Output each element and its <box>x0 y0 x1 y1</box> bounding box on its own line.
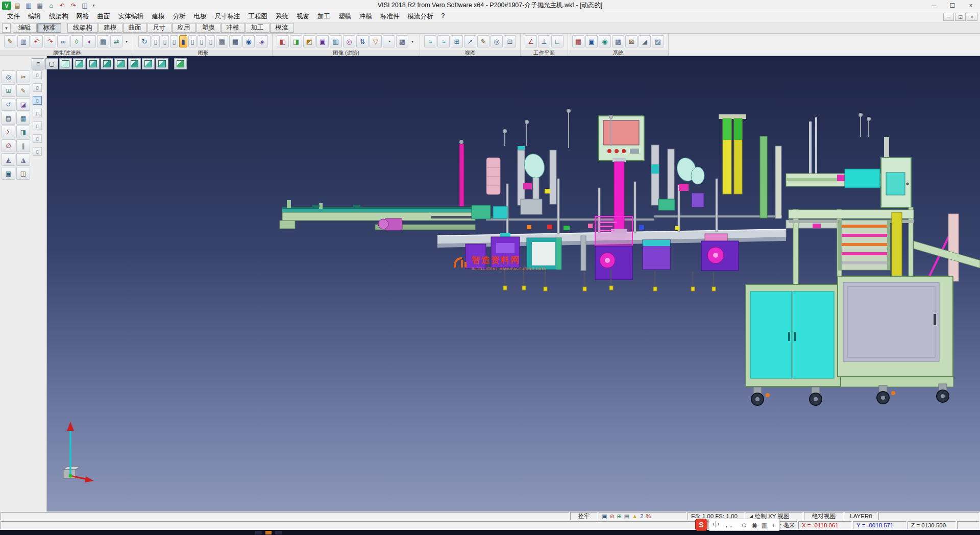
scene-options-icon[interactable]: ◈ <box>256 35 268 47</box>
snap-grid-icon[interactable]: ⊞ <box>2 84 15 97</box>
texture-icon[interactable]: ▥ <box>330 35 342 47</box>
print-preview-icon[interactable]: ▤ <box>624 513 629 520</box>
parallel-icon[interactable]: ∥ <box>16 139 30 152</box>
ribbon-tab[interactable]: 冲模 <box>221 23 245 33</box>
display-settings-icon[interactable]: ▣ <box>585 35 598 47</box>
workplane-xy-icon[interactable]: ∠ <box>525 35 537 47</box>
ime-lang-icon[interactable]: 中 <box>713 520 719 529</box>
menu-item[interactable]: 工程图 <box>244 11 272 22</box>
wireframe-toggle-icon[interactable]: ▯ <box>161 35 169 47</box>
shadow-icon[interactable]: ◔ <box>383 35 395 47</box>
layer-filter-icon[interactable]: ▤ <box>97 35 109 47</box>
trim-icon[interactable]: ✂ <box>16 70 30 83</box>
compare-icon[interactable]: ⇅ <box>356 35 369 47</box>
no-snap-icon[interactable]: ⊘ <box>609 513 614 520</box>
taskbar-slot[interactable] <box>275 531 282 534</box>
rotate-icon[interactable]: ↺ <box>2 98 15 111</box>
view-shaded-icon[interactable] <box>174 58 187 69</box>
filter-caret[interactable]: ▾ <box>124 35 130 47</box>
snapshot-camera-icon[interactable]: ◉ <box>242 35 255 47</box>
redraw-icon[interactable]: ✎ <box>477 35 489 47</box>
ime-emoji-icon[interactable]: ☺ <box>741 521 747 529</box>
redo-icon[interactable]: ↷ <box>44 35 56 47</box>
layers-icon[interactable]: ▤ <box>2 112 15 125</box>
menu-item[interactable]: 编辑 <box>24 11 45 22</box>
window-layout-icon[interactable]: ◫ <box>80 1 90 10</box>
hatch-settings-icon[interactable]: ▨ <box>652 35 664 47</box>
clip-plane-icon[interactable]: ◨ <box>290 35 302 47</box>
doc-restore-button[interactable]: ◱ <box>955 13 966 21</box>
menu-item[interactable]: 标准件 <box>376 11 404 22</box>
taskbar-slot[interactable] <box>255 531 262 534</box>
material-render-icon[interactable]: ▣ <box>316 35 329 47</box>
filter-doc-2-icon[interactable]: ▯ <box>33 83 42 92</box>
corner-section-icon[interactable]: ◩ <box>303 35 315 47</box>
doc-close-button[interactable]: × <box>967 13 977 21</box>
view-right-icon[interactable] <box>101 58 113 69</box>
display-list-icon[interactable]: ▤ <box>216 35 228 47</box>
filter-doc-3-icon[interactable]: ▯ <box>33 96 42 105</box>
view-dimetric-icon[interactable] <box>156 58 168 69</box>
orbit-icon[interactable]: ≈ <box>424 35 436 47</box>
zoom-icon[interactable]: ◎ <box>2 70 15 83</box>
view-iso-icon[interactable] <box>59 58 72 69</box>
taskbar-app-icon[interactable] <box>265 531 272 534</box>
ribbon-tab[interactable]: 尺寸 <box>148 23 172 33</box>
ime-keyboard-icon[interactable]: ▦ <box>762 521 768 529</box>
menu-item[interactable]: 线架构 <box>45 11 72 22</box>
filter-doc-4-icon[interactable]: ▯ <box>33 109 42 117</box>
ribbon-tab[interactable]: 编辑 <box>13 23 37 33</box>
menu-item[interactable]: 文件 <box>3 11 24 22</box>
ribbon-tab[interactable]: 加工 <box>246 23 270 33</box>
menu-item[interactable]: 网格 <box>72 11 93 22</box>
menu-item[interactable]: 电极 <box>190 11 211 22</box>
filter-doc-7-icon[interactable]: ▯ <box>33 147 42 156</box>
viewport-3d[interactable]: ≡ ▢ <box>47 56 980 512</box>
view-back-icon[interactable] <box>128 58 141 69</box>
erase-icon[interactable]: ∅ <box>2 139 15 152</box>
view-bottom-icon[interactable] <box>142 58 155 69</box>
undo-icon[interactable]: ↶ <box>57 1 67 10</box>
lighting-icon[interactable]: ◎ <box>343 35 355 47</box>
filter-doc-5-icon[interactable]: ▯ <box>33 121 42 130</box>
menu-item[interactable]: 视窗 <box>292 11 313 22</box>
view-front-icon[interactable] <box>87 58 100 69</box>
zoom-extents-icon[interactable]: ↗ <box>464 35 476 47</box>
open-file-icon[interactable]: ▤ <box>12 1 22 10</box>
color-table-icon[interactable]: ▦ <box>572 35 584 47</box>
workplane-entity-icon[interactable]: ∟ <box>551 35 564 47</box>
zoom-window-icon[interactable]: ⊞ <box>451 35 463 47</box>
active-layer-pane[interactable]: LAYER0 <box>845 512 877 520</box>
points-toggle-icon[interactable]: ▯ <box>152 35 160 47</box>
image-caret[interactable]: ▾ <box>409 35 415 47</box>
home-icon[interactable]: ⌂ <box>46 1 56 10</box>
match-properties-icon[interactable]: ▥ <box>17 35 30 47</box>
menu-item[interactable]: 建模 <box>148 11 169 22</box>
close-button[interactable]: × <box>962 0 980 11</box>
undo-icon[interactable]: ↶ <box>31 35 43 47</box>
color-filter-icon[interactable]: ◐ <box>84 35 96 47</box>
ribbon-tab[interactable]: 模流 <box>270 23 294 33</box>
mirror-icon[interactable]: ◪ <box>16 98 30 111</box>
filter-doc-1-icon[interactable]: ▯ <box>33 70 42 79</box>
named-views-icon[interactable]: ◎ <box>491 35 503 47</box>
view-left-icon[interactable] <box>114 58 127 69</box>
print-icon[interactable]: ▦ <box>35 1 45 10</box>
hidden-line-toggle-icon[interactable]: ▯ <box>170 35 178 47</box>
menu-item[interactable]: 模流分析 <box>404 11 437 22</box>
ribbon-tab[interactable]: 塑膜 <box>197 23 220 33</box>
ribbon-tab[interactable]: 建模 <box>99 23 122 33</box>
sketch-icon[interactable]: ✎ <box>16 84 30 97</box>
cone-icon[interactable]: ◭ <box>2 153 15 166</box>
split-icon[interactable]: ◫ <box>16 167 30 180</box>
ribbon-tab[interactable]: 标准 <box>37 23 61 33</box>
workplane-normal-icon[interactable]: ⊥ <box>538 35 550 47</box>
display-grid-icon[interactable]: ▦ <box>229 35 241 47</box>
menu-item[interactable]: 尺寸标注 <box>211 11 244 22</box>
quick-access-caret[interactable]: ▾ <box>91 1 96 10</box>
count-badge[interactable]: 2 <box>640 513 643 519</box>
measure-icon[interactable]: Σ <box>2 126 15 138</box>
prism-icon[interactable]: ◮ <box>16 153 30 166</box>
shaded-toggle-icon[interactable]: ▮ <box>179 35 187 47</box>
select-lock-icon[interactable]: ▣ <box>602 513 607 520</box>
